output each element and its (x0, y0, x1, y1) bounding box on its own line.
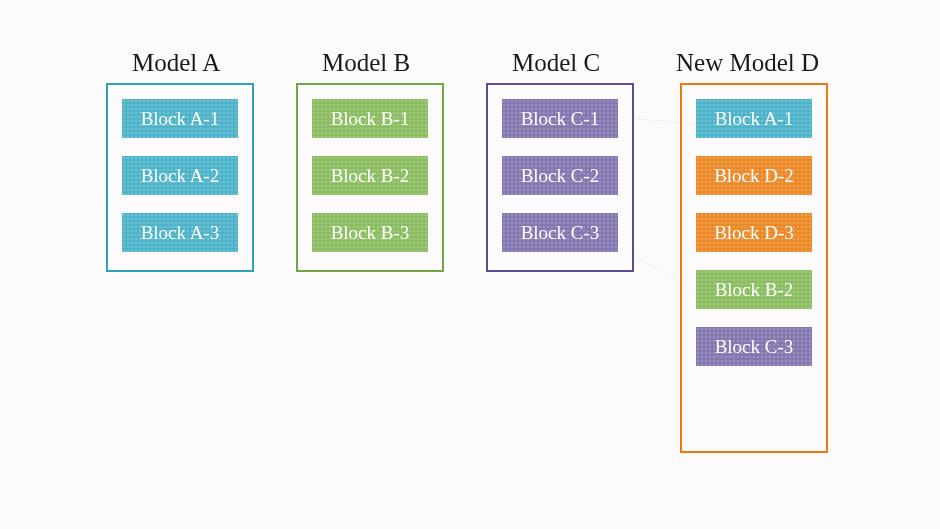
block-label: Block A-1 (715, 108, 794, 130)
block-a-2: Block A-2 (122, 156, 238, 195)
block-c-1: Block C-1 (502, 99, 618, 138)
block-a-1: Block A-1 (122, 99, 238, 138)
block-d-c3: Block C-3 (696, 327, 812, 366)
block-label: Block C-2 (521, 165, 600, 187)
block-b-1: Block B-1 (312, 99, 428, 138)
block-a-3: Block A-3 (122, 213, 238, 252)
block-d-a1: Block A-1 (696, 99, 812, 138)
model-a-box: Block A-1 Block A-2 Block A-3 (106, 83, 254, 272)
block-d-d2: Block D-2 (696, 156, 812, 195)
block-c-2: Block C-2 (502, 156, 618, 195)
model-a-title: Model A (132, 49, 220, 77)
diagram-canvas: Model A Block A-1 Block A-2 Block A-3 Mo… (0, 0, 940, 529)
block-b-3: Block B-3 (312, 213, 428, 252)
block-c-3: Block C-3 (502, 213, 618, 252)
model-c-title: Model C (512, 49, 600, 77)
block-label: Block D-3 (714, 222, 794, 244)
block-label: Block A-1 (141, 108, 220, 130)
model-d-box: Block A-1 Block D-2 Block D-3 Block B-2 … (680, 83, 828, 453)
model-b-box: Block B-1 Block B-2 Block B-3 (296, 83, 444, 272)
model-b-title: Model B (322, 49, 410, 77)
block-d-b2: Block B-2 (696, 270, 812, 309)
block-b-2: Block B-2 (312, 156, 428, 195)
block-label: Block B-2 (331, 165, 410, 187)
model-d-title: New Model D (676, 49, 819, 77)
block-label: Block C-3 (521, 222, 600, 244)
block-label: Block B-2 (715, 279, 794, 301)
block-label: Block A-2 (141, 165, 220, 187)
block-label: Block C-3 (715, 336, 794, 358)
block-label: Block D-2 (714, 165, 794, 187)
block-label: Block B-3 (331, 222, 410, 244)
block-label: Block B-1 (331, 108, 410, 130)
model-c-box: Block C-1 Block C-2 Block C-3 (486, 83, 634, 272)
block-label: Block C-1 (521, 108, 600, 130)
block-d-d3: Block D-3 (696, 213, 812, 252)
block-label: Block A-3 (141, 222, 220, 244)
